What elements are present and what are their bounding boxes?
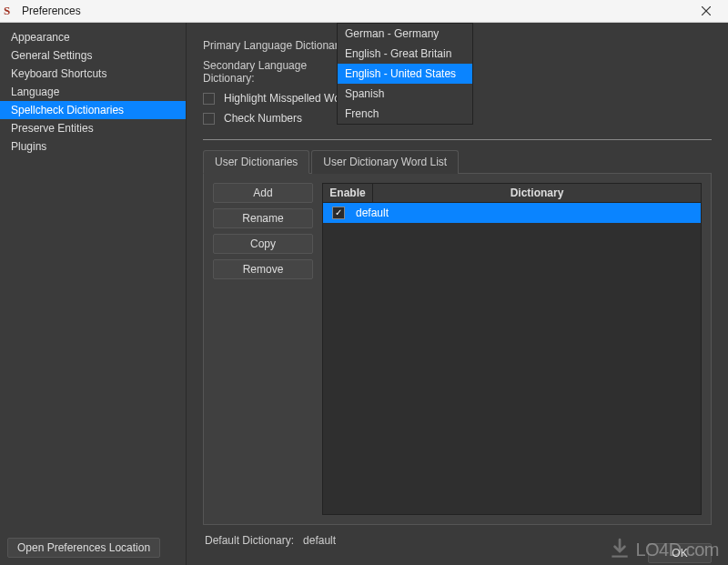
sidebar-list: Appearance General Settings Keyboard Sho… — [0, 28, 186, 530]
separator — [203, 139, 712, 140]
dictionary-buttons: Add Rename Copy Remove — [213, 183, 313, 515]
close-icon — [702, 6, 711, 15]
tab-panel: Add Rename Copy Remove Enable Dictionary… — [203, 173, 712, 525]
remove-button[interactable]: Remove — [213, 259, 313, 279]
sidebar-item-appearance[interactable]: Appearance — [0, 28, 186, 46]
check-numbers-checkbox[interactable] — [203, 113, 215, 125]
dictionary-table: Enable Dictionary ✓ default — [322, 183, 702, 515]
sidebar-item-spellcheck-dictionaries[interactable]: Spellcheck Dictionaries — [0, 101, 186, 119]
dropdown-item-spanish[interactable]: Spanish — [338, 84, 472, 104]
window-title: Preferences — [22, 5, 688, 17]
highlight-misspelled-checkbox[interactable] — [203, 93, 215, 105]
secondary-language-label: Secondary Language Dictionary: — [203, 59, 349, 85]
col-header-dictionary[interactable]: Dictionary — [373, 184, 701, 202]
dropdown-item-french[interactable]: French — [338, 104, 472, 124]
row-dictionary-name: default — [350, 207, 701, 219]
app-icon: S — [4, 5, 16, 17]
dropdown-item-german[interactable]: German - Germany — [338, 24, 472, 44]
tab-user-dictionaries[interactable]: User Dictionaries — [203, 150, 309, 174]
dropdown-item-english-gb[interactable]: English - Great Britain — [338, 44, 472, 64]
rename-button[interactable]: Rename — [213, 208, 313, 228]
table-row[interactable]: ✓ default — [323, 203, 701, 223]
check-numbers-label: Check Numbers — [224, 112, 302, 125]
copy-button[interactable]: Copy — [213, 234, 313, 254]
col-header-enable[interactable]: Enable — [323, 184, 373, 202]
open-preferences-location-button[interactable]: Open Preferences Location — [7, 538, 160, 558]
row-enable-checkbox[interactable]: ✓ — [332, 207, 345, 219]
sidebar-item-language[interactable]: Language — [0, 83, 186, 101]
tab-user-dictionary-word-list[interactable]: User Dictionary Word List — [311, 150, 459, 174]
sidebar-item-keyboard-shortcuts[interactable]: Keyboard Shortcuts — [0, 65, 186, 83]
sidebar: Appearance General Settings Keyboard Sho… — [0, 23, 187, 565]
language-dropdown[interactable]: German - Germany English - Great Britain… — [337, 23, 473, 125]
sidebar-item-preserve-entities[interactable]: Preserve Entities — [0, 119, 186, 137]
default-dictionary-value: default — [303, 534, 336, 547]
add-button[interactable]: Add — [213, 183, 313, 203]
default-dictionary-label: Default Dictionary: — [205, 534, 294, 547]
sidebar-item-general-settings[interactable]: General Settings — [0, 46, 186, 65]
dropdown-item-english-us[interactable]: English - United States — [338, 64, 472, 84]
titlebar: S Preferences — [0, 0, 728, 23]
primary-language-label: Primary Language Dictionary: — [203, 39, 349, 52]
ok-button[interactable]: OK — [648, 543, 712, 563]
sidebar-item-plugins[interactable]: Plugins — [0, 137, 186, 156]
tabs: User Dictionaries User Dictionary Word L… — [203, 149, 712, 173]
highlight-misspelled-label: Highlight Misspelled Words — [224, 92, 356, 105]
close-button[interactable] — [688, 0, 724, 23]
